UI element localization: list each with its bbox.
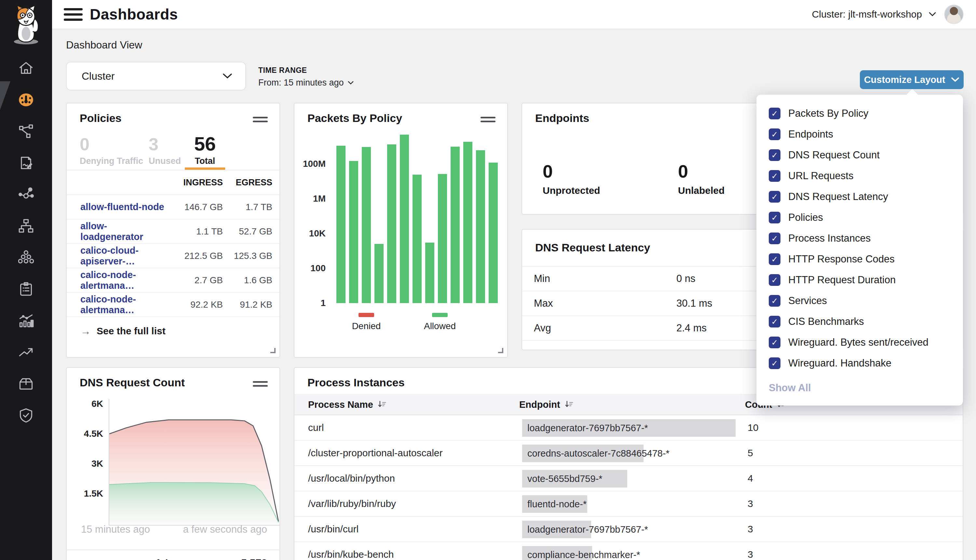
checkbox-checked-icon[interactable]: ✓ xyxy=(769,357,781,369)
packets-y-axis: 110010K1M100M xyxy=(294,131,326,303)
customize-layout-button[interactable]: Customize Layout xyxy=(860,70,964,89)
cluster-switcher-label: Cluster: jlt-msft-workshop xyxy=(812,9,922,20)
view-selector-value: Cluster xyxy=(82,70,115,82)
calico-cat-logo xyxy=(9,3,43,45)
sidebar xyxy=(0,0,52,560)
dropdown-item-dns-request-count[interactable]: ✓DNS Request Count xyxy=(756,145,963,165)
sidebar-item-compliance[interactable] xyxy=(16,281,37,298)
network-nodes-icon xyxy=(18,123,34,139)
process-row: /usr/bin/curl loadgenerator-7697bb7567-*… xyxy=(294,517,963,542)
checkbox-checked-icon[interactable]: ✓ xyxy=(769,253,781,265)
dropdown-item-endpoints[interactable]: ✓Endpoints xyxy=(756,124,963,145)
checkbox-checked-icon[interactable]: ✓ xyxy=(769,274,781,286)
sidebar-item-network[interactable] xyxy=(16,123,37,140)
policy-row: calico-node-alertmana… 2.7 GB 1.6 GB xyxy=(67,268,279,293)
chevron-down-icon xyxy=(951,77,959,82)
tab-total[interactable]: 56 Total xyxy=(185,135,225,166)
checkbox-checked-icon[interactable]: ✓ xyxy=(769,108,781,119)
dropdown-item-wireguard-bytes[interactable]: ✓Wireguard. Bytes sent/received xyxy=(756,332,963,353)
checkbox-checked-icon[interactable]: ✓ xyxy=(769,337,781,348)
dropdown-item-services[interactable]: ✓Services xyxy=(756,290,963,311)
legend-denied: Denied xyxy=(348,313,385,332)
sidebar-item-dashboards[interactable] xyxy=(16,92,37,108)
endpoints-unprotected-stat: 0 Unprotected xyxy=(543,161,600,196)
policy-link[interactable]: allow-loadgenerator xyxy=(80,221,168,242)
dropdown-item-policies[interactable]: ✓Policies xyxy=(756,207,963,228)
policy-row: calico-cloud-apiserver-… 212.5 GB 125.3 … xyxy=(67,244,279,268)
cluster-switcher[interactable]: Cluster: jlt-msft-workshop xyxy=(812,9,936,20)
tab-denying-traffic[interactable]: 0 Denying Traffic xyxy=(80,135,143,166)
endpoint-chip: vote-5655bd759-* xyxy=(522,470,627,487)
sidebar-item-images[interactable] xyxy=(16,375,37,392)
endpoint-chip: loadgenerator-7697bb7567-* xyxy=(522,419,736,437)
packets-by-policy-card: Packets By Policy 110010K1M100M Denied A… xyxy=(294,103,508,358)
drag-handle-icon[interactable] xyxy=(253,379,268,389)
dashboard-view-selector[interactable]: Cluster xyxy=(66,62,246,90)
resize-handle[interactable] xyxy=(498,348,503,353)
trend-arrow-icon xyxy=(18,344,34,360)
sort-icon xyxy=(564,400,574,410)
see-full-list-link[interactable]: See the full list xyxy=(97,325,165,337)
tab-unused[interactable]: 3 Unused xyxy=(148,135,181,166)
sidebar-item-hierarchy[interactable] xyxy=(16,218,37,235)
policy-link[interactable]: allow-fluentd-node xyxy=(80,202,168,212)
endpoint-chip: fluentd-node-* xyxy=(522,495,587,513)
dropdown-item-wireguard-handshake[interactable]: ✓Wireguard. Handshake xyxy=(756,353,963,374)
customize-layout-dropdown: ✓Packets By Policy ✓Endpoints ✓DNS Reque… xyxy=(756,95,963,405)
dropdown-item-cis-benchmarks[interactable]: ✓CIS Benchmarks xyxy=(756,311,963,332)
sidebar-item-security[interactable] xyxy=(16,407,37,424)
time-range-selector[interactable]: From: 15 minutes ago xyxy=(258,78,354,88)
dropdown-item-url-requests[interactable]: ✓URL Requests xyxy=(756,165,963,186)
resize-handle[interactable] xyxy=(270,348,275,353)
policies-table-header: INGRESS EGRESS xyxy=(67,170,279,195)
checkbox-checked-icon[interactable]: ✓ xyxy=(769,295,781,307)
policy-row: allow-fluentd-node 146.7 GB 1.7 TB xyxy=(67,195,279,220)
sort-process-name[interactable]: Process Name xyxy=(308,394,387,415)
dropdown-item-process-instances[interactable]: ✓Process Instances xyxy=(756,228,963,249)
dropdown-item-dns-request-latency[interactable]: ✓DNS Request Latency xyxy=(756,186,963,207)
dropdown-item-http-response-codes[interactable]: ✓HTTP Response Codes xyxy=(756,249,963,270)
sidebar-item-home[interactable] xyxy=(16,60,37,77)
dropdown-item-http-request-duration[interactable]: ✓HTTP Request Duration xyxy=(756,270,963,290)
show-all-button[interactable]: Show All xyxy=(769,382,811,394)
shield-check-icon xyxy=(18,407,34,423)
clipboard-icon xyxy=(18,281,34,297)
checkbox-checked-icon[interactable]: ✓ xyxy=(769,316,781,327)
box-icon xyxy=(18,376,34,392)
sidebar-item-service-graph[interactable] xyxy=(16,186,37,203)
chevron-down-icon xyxy=(348,81,354,85)
checkbox-checked-icon[interactable]: ✓ xyxy=(769,170,781,182)
checkbox-checked-icon[interactable]: ✓ xyxy=(769,212,781,223)
drag-handle-icon[interactable] xyxy=(253,115,268,125)
policies-stat-tabs: 0 Denying Traffic 3 Unused 56 Total xyxy=(67,130,279,170)
policy-link[interactable]: calico-node-alertmana… xyxy=(80,294,168,315)
menu-toggle-button[interactable] xyxy=(64,5,83,24)
dns-count-x-axis: 15 minutes ago a few seconds ago xyxy=(81,523,267,535)
topbar: Dashboards Cluster: jlt-msft-workshop xyxy=(52,0,976,29)
legend-allowed: Allowed xyxy=(422,313,458,332)
process-row: /usr/bin/kube-bench compliance-benchmark… xyxy=(294,542,963,560)
x-label-start: 15 minutes ago xyxy=(81,523,150,535)
sidebar-item-policies[interactable] xyxy=(16,155,37,172)
sidebar-item-endpoints[interactable] xyxy=(16,249,37,266)
checkbox-checked-icon[interactable]: ✓ xyxy=(769,233,781,244)
checkbox-checked-icon[interactable]: ✓ xyxy=(769,149,781,161)
sort-endpoint[interactable]: Endpoint xyxy=(519,394,574,415)
dropdown-item-packets-by-policy[interactable]: ✓Packets By Policy xyxy=(756,103,963,124)
drag-handle-icon[interactable] xyxy=(480,115,496,125)
sort-icon xyxy=(377,400,387,410)
policy-link[interactable]: calico-node-alertmana… xyxy=(80,270,168,291)
policies-card: Policies 0 Denying Traffic 3 Unused 56 T… xyxy=(66,103,280,358)
checkbox-checked-icon[interactable]: ✓ xyxy=(769,128,781,140)
process-row: /usr/local/bin/python vote-5655bd759-* 4 xyxy=(294,466,963,492)
chevron-down-icon xyxy=(222,73,232,79)
policy-link[interactable]: calico-cloud-apiserver-… xyxy=(80,245,168,267)
process-row: /var/lib/ruby/bin/ruby fluentd-node-* 3 xyxy=(294,492,963,517)
checkbox-checked-icon[interactable]: ✓ xyxy=(769,191,781,203)
sidebar-item-trends[interactable] xyxy=(16,344,37,361)
user-avatar[interactable] xyxy=(944,5,964,24)
packets-bar-chart xyxy=(336,131,502,303)
dns-count-legend-row: Successful 5,572 xyxy=(67,550,279,560)
document-edit-icon xyxy=(18,155,34,171)
sidebar-item-reports[interactable] xyxy=(16,312,37,329)
